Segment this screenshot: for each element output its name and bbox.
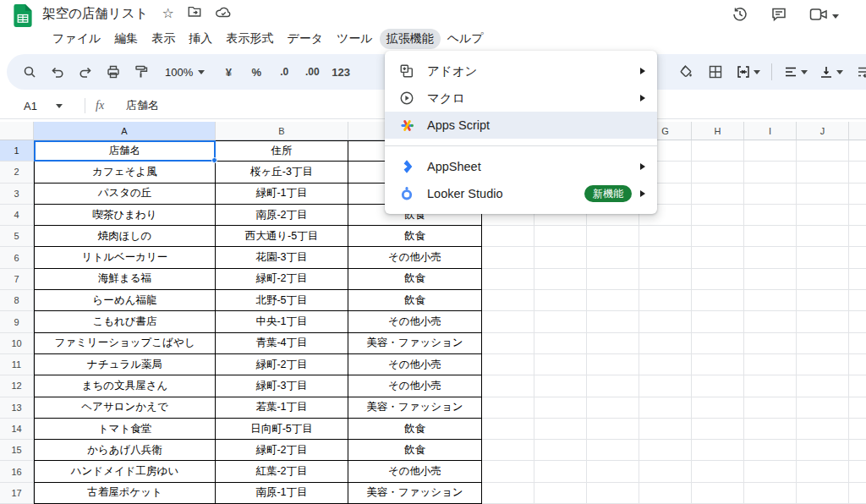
cell-I7[interactable] [744,269,797,290]
cell-I13[interactable] [744,397,797,419]
cell-F17[interactable] [587,483,639,504]
cell-J13[interactable] [797,397,849,419]
cell-E9[interactable] [534,311,587,332]
cell-B12[interactable]: 緑町-3丁目 [216,375,348,397]
cell-F16[interactable] [587,461,639,482]
cell-D17[interactable] [482,483,534,504]
cell-A16[interactable]: ハンドメイド工房ゆい [34,461,216,482]
cell-B7[interactable]: 緑町-2丁目 [216,269,348,290]
cell-D16[interactable] [482,461,534,482]
row-header-13[interactable]: 13 [0,397,34,419]
cell-E10[interactable] [534,333,587,354]
cell-E17[interactable] [534,483,587,504]
cell-J11[interactable] [797,354,849,375]
cell-A7[interactable]: 海鮮まる福 [34,269,216,290]
cell-D13[interactable] [482,397,534,419]
cell-E11[interactable] [534,354,587,375]
select-all-corner[interactable] [0,122,34,140]
menubar-item-ファイル[interactable]: ファイル [46,29,107,49]
cell-B1[interactable]: 住所 [216,140,348,162]
cell-C9[interactable]: その他小売 [348,311,482,332]
row-header-3[interactable]: 3 [0,184,34,205]
cell-F15[interactable] [587,440,639,461]
extensions-menu-item-マクロ[interactable]: マクロ [385,85,657,112]
cell-F14[interactable] [587,419,639,440]
cell-H9[interactable] [692,311,744,332]
row-header-4[interactable]: 4 [0,205,34,226]
cell-B3[interactable]: 緑町-1丁目 [216,184,348,205]
print-button[interactable] [102,61,124,83]
extensions-menu-item-Looker Studio[interactable]: Looker Studio新機能 [385,180,657,207]
row-header-15[interactable]: 15 [0,440,34,461]
cell-A6[interactable]: リトルベーカリー [34,247,216,268]
cell-E16[interactable] [534,461,587,482]
video-call-button[interactable] [809,8,839,25]
cell-J12[interactable] [797,375,849,397]
cell-F6[interactable] [587,247,639,268]
more-formats-button[interactable]: 123 [329,61,353,83]
cell-B15[interactable]: 緑町-2丁目 [216,440,348,461]
cell-E5[interactable] [534,226,587,247]
cell-B6[interactable]: 花園-3丁目 [216,247,348,268]
cell-E12[interactable] [534,375,587,397]
cell-H1[interactable] [692,140,744,162]
cell-G10[interactable] [639,333,692,354]
menubar-item-ツール[interactable]: ツール [330,29,380,49]
column-header-H[interactable]: H [692,122,744,140]
cell-J5[interactable] [797,226,849,247]
cell-F9[interactable] [587,311,639,332]
cell-C11[interactable]: その他小売 [348,354,482,375]
cell-E8[interactable] [534,290,587,311]
cell-F12[interactable] [587,375,639,397]
cell-F7[interactable] [587,269,639,290]
cell-A8[interactable]: らーめん福龍 [34,290,216,311]
cell-A15[interactable]: からあげ八兵衛 [34,440,216,461]
cell-C8[interactable]: 飲食 [348,290,482,311]
cell-G9[interactable] [639,311,692,332]
cell-H15[interactable] [692,440,744,461]
cell-B8[interactable]: 北野-5丁目 [216,290,348,311]
cell-B14[interactable]: 日向町-5丁目 [216,419,348,440]
cell-I3[interactable] [744,184,797,205]
cell-A1[interactable]: 店舗名 [34,140,216,162]
cell-H16[interactable] [692,461,744,482]
cell-H13[interactable] [692,397,744,419]
cell-J8[interactable] [797,290,849,311]
cell-C17[interactable]: 美容・ファッション [348,483,482,504]
formula-input[interactable]: 店舗名 [126,98,159,113]
format-currency-button[interactable]: ¥ [217,61,239,83]
cell-G12[interactable] [639,375,692,397]
cell-I15[interactable] [744,440,797,461]
column-header-B[interactable]: B [216,122,348,140]
cell-I9[interactable] [744,311,797,332]
move-folder-icon[interactable] [187,4,202,23]
name-box[interactable]: A1 [0,100,85,112]
fill-color-button[interactable] [677,61,695,83]
cell-H3[interactable] [692,184,744,205]
version-history-icon[interactable] [732,6,748,26]
cell-H7[interactable] [692,269,744,290]
cell-H14[interactable] [692,419,744,440]
cell-C10[interactable]: 美容・ファッション [348,333,482,354]
document-title[interactable]: 架空の店舗リスト [42,5,148,23]
column-header-A[interactable]: A [34,122,216,140]
cell-C14[interactable]: 飲食 [348,419,482,440]
column-header-I[interactable]: I [744,122,797,140]
cell-I11[interactable] [744,354,797,375]
cell-J10[interactable] [797,333,849,354]
undo-button[interactable] [47,61,69,83]
cell-B10[interactable]: 青葉-4丁目 [216,333,348,354]
comment-icon[interactable] [770,6,787,26]
cell-A5[interactable]: 焼肉ほしの [34,226,216,247]
borders-button[interactable] [706,61,725,83]
cell-G16[interactable] [639,461,692,482]
cell-C7[interactable]: 飲食 [348,269,482,290]
cell-B13[interactable]: 若葉-1丁目 [216,397,348,419]
cell-H8[interactable] [692,290,744,311]
cell-D8[interactable] [482,290,534,311]
cell-D7[interactable] [482,269,534,290]
format-percent-button[interactable]: % [245,61,267,83]
cell-E14[interactable] [534,419,587,440]
cell-J9[interactable] [797,311,849,332]
cell-A17[interactable]: 古着屋ポケット [34,483,216,504]
